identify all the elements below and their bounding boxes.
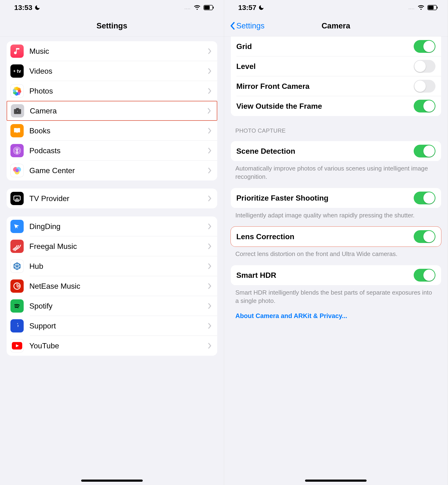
settings-row-music[interactable]: Music [7,41,217,61]
chevron-right-icon [208,283,212,289]
settings-row-spotify[interactable]: Spotify [7,296,217,316]
toggle-switch-scene-detection[interactable] [414,145,435,157]
chevron-right-icon [208,48,212,54]
tvprovider-icon [10,192,24,205]
toggle-label: Level [236,62,414,71]
freegal-icon [10,240,24,253]
chevron-right-icon [208,223,212,230]
section-footer: Correct lens distortion on the front and… [224,247,448,258]
phone-left: 13:53 .... Settings MusictvVideosPhotosC… [0,0,224,485]
wifi-icon [194,5,201,10]
settings-row-hub[interactable]: Hub [7,256,217,276]
home-indicator [305,480,367,482]
row-label: Photos [29,87,208,95]
settings-row-gamecenter[interactable]: Game Center [7,161,217,181]
status-bar: 13:53 .... [0,0,224,15]
settings-row-videos[interactable]: tvVideos [7,61,217,81]
row-label: NetEase Music [29,282,208,291]
svg-point-19 [15,169,19,173]
toggle-row-grid: Grid [231,36,441,56]
settings-row-freegal[interactable]: Freegal Music [7,236,217,256]
settings-row-youtube[interactable]: YouTube [7,336,217,356]
gamecenter-icon [10,164,24,177]
toggle-switch-grid[interactable] [414,40,435,53]
nav-bar: Settings Camera [224,15,448,36]
toggle-row-lens-correction: Lens Correction [231,227,441,247]
section-footer: Automatically improve photos of various … [224,161,448,181]
chevron-right-icon [208,148,212,154]
section-footer: Intelligently adapt image quality when r… [224,208,448,220]
chevron-right-icon [208,323,212,329]
podcasts-icon [10,144,24,157]
row-label: Freegal Music [29,242,208,251]
row-label: Game Center [29,166,208,175]
support-icon [10,319,24,332]
svg-rect-2 [213,7,214,8]
nav-bar: Settings [0,15,224,36]
settings-group: TV Provider [7,189,217,208]
svg-rect-1 [204,6,210,9]
battery-icon [204,5,214,10]
dnd-moon-icon [34,5,40,11]
toggle-switch-level[interactable] [414,60,435,73]
toggle-label: Smart HDR [236,271,414,280]
chevron-right-icon [208,195,212,202]
camera-group: GridLevelMirror Front CameraView Outside… [231,36,441,116]
svg-point-15 [16,149,18,151]
toggle-label: Scene Detection [236,147,414,156]
svg-point-10 [14,87,17,90]
chevron-right-icon [208,343,212,349]
back-button[interactable]: Settings [230,21,264,30]
settings-row-books[interactable]: Books [7,121,217,141]
toggle-switch-smart-hdr[interactable] [414,269,435,282]
row-label: TV Provider [29,194,208,203]
settings-row-netease[interactable]: NetEase Music [7,276,217,296]
row-label: Videos [29,67,208,75]
row-label: Music [29,47,208,56]
chevron-right-icon [208,243,212,249]
battery-icon [427,5,438,10]
netease-icon [10,279,24,293]
toggle-row-mirror: Mirror Front Camera [231,76,441,96]
settings-row-photos[interactable]: Photos [7,81,217,101]
nav-title: Settings [96,21,127,30]
status-bar: 13:57 .... [224,0,448,15]
svg-rect-25 [428,6,433,9]
books-icon [10,124,24,137]
hub-icon [10,260,24,273]
settings-row-dingding[interactable]: DingDing [7,216,217,236]
toggle-row-prioritize-faster: Prioritize Faster Shooting [231,188,441,208]
settings-group: DingDingFreegal MusicHubNetEase MusicSpo… [7,216,217,356]
row-label: Camera [30,107,207,115]
settings-row-podcasts[interactable]: Podcasts [7,141,217,161]
toggle-row-level: Level [231,56,441,76]
videos-icon: tv [10,64,24,78]
settings-row-support[interactable]: Support [7,316,217,336]
youtube-icon [10,339,24,352]
row-label: YouTube [29,341,208,350]
wifi-icon [417,5,424,10]
cellular-dots-icon: .... [184,5,191,10]
row-label: Podcasts [29,146,208,155]
photos-icon [10,84,24,98]
camera-group: Scene Detection [231,141,441,161]
toggle-switch-lens-correction[interactable] [414,230,435,243]
toggle-label: Grid [236,42,414,51]
privacy-link[interactable]: About Camera and ARKit & Privacy... [224,305,448,320]
back-label: Settings [236,21,264,30]
chevron-right-icon [208,303,212,309]
chevron-right-icon [208,263,212,269]
svg-rect-20 [14,196,20,200]
toggle-switch-prioritize-faster[interactable] [414,192,435,204]
status-time: 13:53 [14,4,32,12]
spotify-icon [10,299,24,312]
cellular-dots-icon: .... [408,5,415,10]
status-time: 13:57 [238,4,256,12]
toggle-switch-mirror[interactable] [414,80,435,93]
settings-row-camera[interactable]: Camera [7,101,217,121]
toggle-label: Prioritize Faster Shooting [236,194,414,203]
toggle-switch-view-outside[interactable] [414,100,435,113]
row-label: Support [29,322,208,330]
settings-group: MusictvVideosPhotosCameraBooksPodcastsGa… [7,41,217,181]
settings-row-tvprovider[interactable]: TV Provider [7,189,217,208]
